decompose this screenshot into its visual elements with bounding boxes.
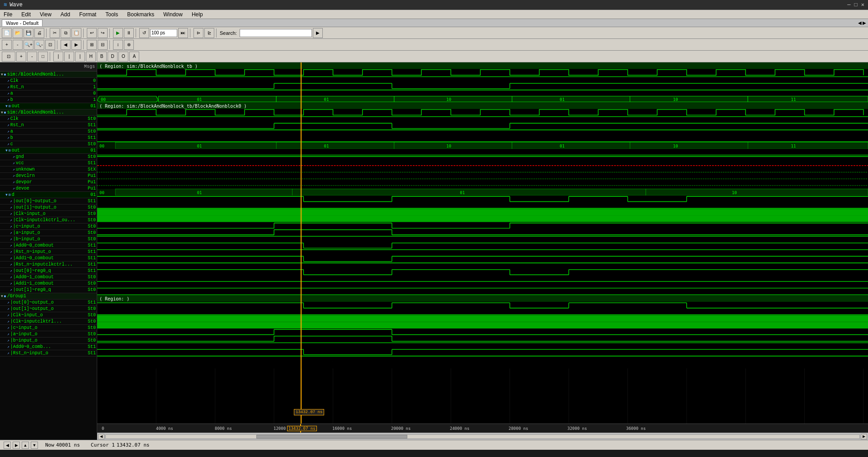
step-btn[interactable]: ⊳ <box>193 28 203 38</box>
down-btn[interactable]: ▼ <box>31 442 38 449</box>
marker-btn[interactable]: | <box>53 52 63 62</box>
wave-hex-btn[interactable]: H <box>86 52 96 62</box>
signal-a1[interactable]: ↗ a 0 <box>0 90 97 97</box>
time-input[interactable] <box>150 29 177 37</box>
run-btn[interactable]: ▶ <box>113 28 123 38</box>
signal-g1-out0[interactable]: ↗ |out[0]~output_o St1 <box>0 300 97 306</box>
signal-out1-output[interactable]: ↗ |out[1]~output_o St0 <box>0 205 97 211</box>
wave-cursor-btn[interactable]: ↕ <box>113 40 123 50</box>
menu-help[interactable]: Help <box>190 11 205 18</box>
wave-bin-btn[interactable]: B <box>97 52 107 62</box>
zoom-region-btn[interactable]: □ <box>38 52 48 62</box>
signal-out0-reg[interactable]: ↗ |out[0]~reg0_q St1 <box>0 268 97 274</box>
menu-format[interactable]: Format <box>77 11 98 18</box>
signal-out1-reg[interactable]: ↗ |out[1]~reg0_q St0 <box>0 287 97 293</box>
group-sim2[interactable]: ▼ ■ sim:/BlockAndNonbl... <box>0 109 97 116</box>
scrollbar-thumb[interactable] <box>256 435 407 438</box>
signal-g1-c[interactable]: ↗ |c~input_o St0 <box>0 325 97 331</box>
maximize-btn[interactable]: □ <box>854 2 858 8</box>
expand-icon-1[interactable]: ▼ <box>1 72 3 76</box>
signal-b1[interactable]: ↗ b 1 <box>0 97 97 103</box>
zoom-in-btn[interactable]: 🔍+ <box>24 40 33 50</box>
signal-b-input[interactable]: ↗ |b~input_o St0 <box>0 236 97 243</box>
signal-out1[interactable]: ▼ ⊞ out 01 <box>0 103 97 109</box>
signal-a-input[interactable]: ↗ |a~input_o St0 <box>0 230 97 236</box>
print-btn[interactable]: 🖨 <box>34 28 44 38</box>
expand-icon-3[interactable]: ▼ <box>1 294 3 298</box>
search-go-btn[interactable]: ▶ <box>313 28 323 38</box>
wave-asc-btn[interactable]: A <box>129 52 139 62</box>
signal-rstn1[interactable]: ↗ Rst_n 1 <box>0 84 97 90</box>
signal-c-input[interactable]: ↗ |c~input_o St0 <box>0 224 97 230</box>
signal-clk-input[interactable]: ↗ |Clk~input_o St0 <box>0 211 97 217</box>
signal-out0-output[interactable]: ↗ |out[0]~output_o St1 <box>0 198 97 205</box>
menu-view[interactable]: View <box>38 11 53 18</box>
expand-icon-2[interactable]: ▼ <box>1 110 3 114</box>
wave-dec-btn[interactable]: D <box>108 52 118 62</box>
prev-cursor-btn[interactable]: ◀ <box>4 442 11 449</box>
cursor-next-btn[interactable]: ▶ <box>71 40 81 50</box>
zoom-out2-btn[interactable]: - <box>27 52 37 62</box>
signal-b2[interactable]: ↗ b St1 <box>0 135 97 141</box>
signal-clk1[interactable]: ↗ Clk 0 <box>0 78 97 84</box>
wave-oct-btn[interactable]: O <box>118 52 128 62</box>
expand-btn[interactable]: ⊞ <box>87 40 97 50</box>
signal-a2[interactable]: ↗ a St0 <box>0 129 97 135</box>
scrollbar-track[interactable] <box>105 434 860 439</box>
scroll-left-btn[interactable]: ◀ <box>98 434 104 439</box>
signal-add1-1[interactable]: ↗ |Add1~1_combout St0 <box>0 281 97 287</box>
signal-vcc[interactable]: ↗ vcc St1 <box>0 160 97 167</box>
restart-btn[interactable]: ↺ <box>139 28 149 38</box>
signal-rstn-input[interactable]: ↗ |Rst_n~input_o St1 <box>0 249 97 255</box>
menu-tools[interactable]: Tools <box>104 11 120 18</box>
step-over-btn[interactable]: ⊵ <box>204 28 214 38</box>
copy-btn[interactable]: ⧉ <box>61 28 71 38</box>
group-group1[interactable]: ▼ ■ /Group1 <box>0 293 97 300</box>
signal-g1-out1[interactable]: ↗ |out[1]~output_o St0 <box>0 306 97 312</box>
signal-rstn2[interactable]: ↗ Rst_n St1 <box>0 122 97 129</box>
signal-unknown[interactable]: ↗ unknown StX <box>0 167 97 173</box>
signal-devoe[interactable]: ↗ devoe Pu1 <box>0 186 97 192</box>
signal-add1-0[interactable]: ↗ |Add1~0_combout St1 <box>0 255 97 262</box>
tab-wave-default[interactable]: Wave - Default <box>2 19 42 26</box>
zoom-full-btn[interactable]: ⊡ <box>45 40 55 50</box>
zoom-fit-btn[interactable]: ⊡ <box>2 52 15 62</box>
next-cursor-btn[interactable]: ▶ <box>13 442 20 449</box>
signal-g1-rstn[interactable]: ↗ |Rst_n~input_o St1 <box>0 350 97 357</box>
signal-g1-a[interactable]: ↗ |a~input_o St0 <box>0 331 97 338</box>
search-input[interactable] <box>240 29 312 37</box>
marker3-btn[interactable]: | <box>75 52 85 62</box>
tab-scroll-right[interactable]: ▶ <box>863 20 866 25</box>
menu-bookmarks[interactable]: Bookmarks <box>125 11 156 18</box>
cursor-prev-btn[interactable]: ◀ <box>61 40 71 50</box>
zoom-out-btn[interactable]: 🔍- <box>34 40 44 50</box>
signal-g1-clk[interactable]: ↗ |Clk~input_o St0 <box>0 312 97 319</box>
signal-add0-1[interactable]: ↗ |Add0~1_combout St0 <box>0 274 97 281</box>
signal-d-bus[interactable]: ▼ ⊞ d 01 <box>0 192 97 198</box>
waveform-canvas[interactable]: 13432.07 ns <box>97 62 868 424</box>
zoom-in2-btn[interactable]: + <box>16 52 26 62</box>
signal-add0-0[interactable]: ↗ |Add0~0_combout St1 <box>0 243 97 249</box>
up-btn[interactable]: ▲ <box>22 442 29 449</box>
new-btn[interactable]: 📄 <box>2 28 12 38</box>
signal-devpor[interactable]: ↗ devpor Pu1 <box>0 179 97 186</box>
signal-clk2[interactable]: ↗ Clk St0 <box>0 116 97 122</box>
signal-g1-b[interactable]: ↗ |b~input_o St0 <box>0 338 97 344</box>
signal-out2[interactable]: ▼ ⊞ out 01 <box>0 148 97 154</box>
menu-add[interactable]: Add <box>59 11 72 18</box>
undo-btn[interactable]: ↩ <box>87 28 97 38</box>
signal-g1-add0[interactable]: ↗ |Add0~0_comb... St1 <box>0 344 97 350</box>
signal-rstn-inputclk[interactable]: ↗ |Rst_n~inputclkctrl... St1 <box>0 262 97 268</box>
marker2-btn[interactable]: | <box>64 52 74 62</box>
signal-gnd[interactable]: ↗ gnd St0 <box>0 154 97 160</box>
close-btn[interactable]: ✕ <box>861 1 864 8</box>
add-signal-btn[interactable]: + <box>2 40 12 50</box>
paste-btn[interactable]: 📋 <box>71 28 81 38</box>
group-sim1[interactable]: ▼ ■ sim:/BlockAndNonbl... <box>0 71 97 78</box>
signal-g1-clkinput[interactable]: ↗ |Clk~inputclktrl... St0 <box>0 319 97 325</box>
menu-window[interactable]: Window <box>161 11 184 18</box>
collapse-btn[interactable]: ⊟ <box>98 40 108 50</box>
minimize-btn[interactable]: ─ <box>847 2 850 8</box>
signal-devclrn[interactable]: ↗ devclrn Pu1 <box>0 173 97 179</box>
stop-btn[interactable]: ⏸ <box>124 28 134 38</box>
